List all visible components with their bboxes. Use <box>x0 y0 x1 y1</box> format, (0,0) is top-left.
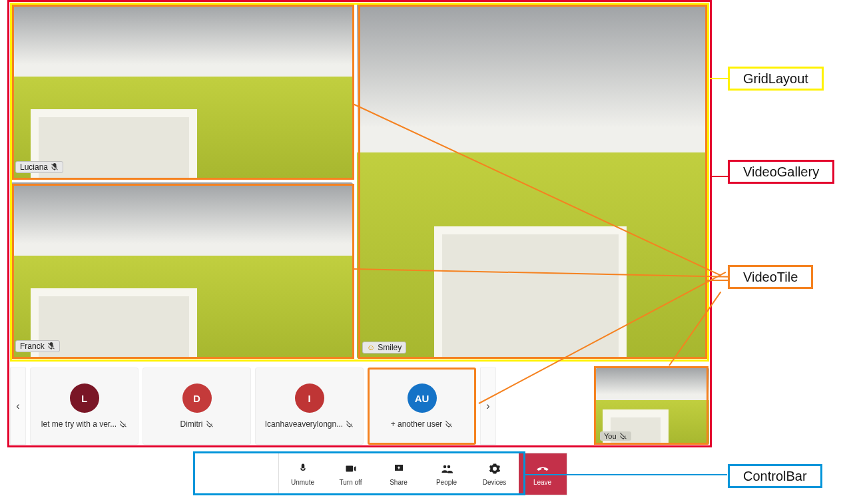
hangup-icon <box>536 462 549 475</box>
self-name-plate: You <box>600 431 631 441</box>
roster-name: Icanhaveaverylongn... <box>265 419 343 429</box>
leave-button[interactable]: Leave <box>519 453 567 495</box>
mic-off-icon <box>296 462 310 475</box>
avatar: AU <box>408 383 437 413</box>
annotation-label-controlbar: ControlBar <box>728 464 822 488</box>
annotation-line <box>710 78 728 79</box>
participant-name-plate: ☺ Smiley <box>362 342 406 354</box>
avatar: L <box>70 383 99 413</box>
roster-name-row: Dimitri <box>180 419 214 429</box>
control-label: Leave <box>533 479 551 486</box>
grid-layout: Luciana Franck ☺ Smiley <box>10 3 709 360</box>
annotation-label-videotile: VideoTile <box>728 265 813 289</box>
chevron-right-icon: › <box>486 400 489 412</box>
unmute-button[interactable]: Unmute <box>279 453 327 495</box>
gear-icon <box>488 462 501 475</box>
avatar: D <box>182 383 212 413</box>
roster-tile[interactable]: I Icanhaveaverylongn... <box>255 368 364 445</box>
self-label: You <box>604 432 617 440</box>
self-video-tile[interactable]: You <box>596 368 709 445</box>
video-tile-luciana[interactable]: Luciana <box>10 3 353 178</box>
participant-name: Franck <box>20 342 45 351</box>
mic-off-icon <box>346 420 354 428</box>
participant-name: Luciana <box>20 162 48 172</box>
video-tile-smiley[interactable]: ☺ Smiley <box>357 3 709 359</box>
roster-name: let me try with a ver... <box>41 419 117 429</box>
participant-name-plate: Luciana <box>15 161 63 173</box>
mic-off-icon <box>51 163 59 171</box>
roster-name-row: Icanhaveaverylongn... <box>265 419 354 429</box>
roster-next-button[interactable]: › <box>480 368 496 445</box>
video-feed <box>357 3 709 359</box>
roster-name: Dimitri <box>180 419 203 429</box>
roster-tile[interactable]: D Dimitri <box>142 368 251 445</box>
avatar: I <box>295 383 324 413</box>
control-label: Turn off <box>340 479 362 486</box>
roster-name-row: + another user <box>391 419 453 429</box>
chevron-left-icon: ‹ <box>16 400 19 412</box>
mic-off-icon <box>206 420 214 428</box>
video-gallery: Luciana Franck ☺ Smiley ‹ <box>10 3 709 446</box>
roster-tile[interactable]: AU + another user <box>368 368 476 445</box>
control-label: Unmute <box>291 479 314 486</box>
mic-off-icon <box>445 420 453 428</box>
control-label: Share <box>390 479 408 486</box>
people-button[interactable]: People <box>423 453 471 495</box>
roster-strip: ‹ L let me try with a ver... D Dimitri I… <box>10 366 709 446</box>
camera-icon <box>344 462 358 475</box>
roster-tile[interactable]: L let me try with a ver... <box>30 368 139 445</box>
roster-prev-button[interactable]: ‹ <box>10 368 26 445</box>
devices-button[interactable]: Devices <box>471 453 519 495</box>
control-bar: Unmute Turn off Share People Devices Lea… <box>278 453 567 495</box>
video-tile-franck[interactable]: Franck <box>10 182 353 358</box>
roster-name: + another user <box>391 419 443 429</box>
people-icon <box>440 462 453 475</box>
annotation-line <box>707 280 728 281</box>
video-feed <box>10 182 353 358</box>
mic-off-icon <box>619 432 627 440</box>
share-icon <box>392 462 406 475</box>
share-button[interactable]: Share <box>375 453 423 495</box>
video-toggle-button[interactable]: Turn off <box>327 453 375 495</box>
annotation-line <box>712 176 728 177</box>
participant-name: Smiley <box>378 343 402 352</box>
annotation-label-videogallery: VideoGallery <box>728 160 834 184</box>
roster-name-row: let me try with a ver... <box>41 419 127 429</box>
smiley-icon: ☺ <box>367 343 375 352</box>
video-feed <box>10 3 353 178</box>
control-label: People <box>436 479 457 486</box>
annotation-label-gridlayout: GridLayout <box>728 67 824 91</box>
mic-off-icon <box>47 342 55 350</box>
mic-off-icon <box>119 420 127 428</box>
control-label: Devices <box>483 479 507 486</box>
participant-name-plate: Franck <box>15 340 60 352</box>
